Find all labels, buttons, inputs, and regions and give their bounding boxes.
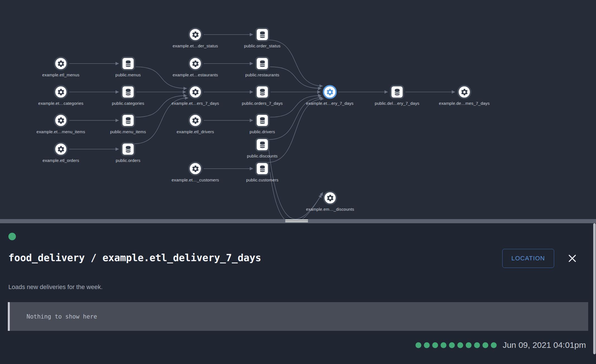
op-node[interactable]: example.em…_discounts bbox=[323, 191, 337, 205]
graph-edge bbox=[136, 67, 187, 88]
database-icon bbox=[124, 88, 132, 96]
gear-icon bbox=[191, 31, 200, 39]
gear-icon bbox=[57, 145, 65, 153]
run-status-dot[interactable] bbox=[474, 342, 480, 348]
asset-graph[interactable]: example.et…der_statuspublic.order_status… bbox=[0, 0, 596, 219]
op-node[interactable]: example.etl_drivers bbox=[188, 113, 202, 127]
table-node[interactable]: public.drivers bbox=[255, 113, 269, 127]
node-label: public.menu_items bbox=[110, 129, 146, 134]
node-label: example.et…ers_7_days bbox=[172, 101, 219, 106]
splitter-handle[interactable] bbox=[285, 220, 308, 222]
graph-edges bbox=[0, 0, 596, 219]
run-status-dot[interactable] bbox=[449, 342, 455, 348]
node-label: example.etl_orders bbox=[42, 158, 79, 163]
node-label: public.order_status bbox=[244, 43, 281, 48]
run-status-dot[interactable] bbox=[457, 342, 463, 348]
gear-icon bbox=[191, 88, 200, 96]
run-status-dot[interactable] bbox=[491, 342, 497, 348]
op-node[interactable]: example.et…ery_7_days bbox=[323, 85, 337, 99]
panel-splitter[interactable] bbox=[0, 219, 596, 223]
close-icon bbox=[568, 254, 577, 263]
graph-edge bbox=[136, 96, 187, 117]
detail-panel: food_delivery / example.etl_delivery_7_d… bbox=[0, 223, 596, 364]
status-dot bbox=[8, 233, 16, 240]
database-icon bbox=[124, 145, 132, 153]
run-dots bbox=[415, 342, 497, 348]
database-icon bbox=[258, 117, 266, 125]
op-node[interactable]: example.et…menu_items bbox=[54, 113, 68, 127]
database-icon bbox=[393, 88, 401, 96]
database-icon bbox=[258, 31, 266, 39]
node-label: public.orders bbox=[116, 158, 140, 163]
table-node[interactable]: public.del…ery_7_days bbox=[390, 85, 404, 99]
gear-icon bbox=[57, 60, 65, 68]
run-history: Jun 09, 2021 04:01pm bbox=[415, 340, 586, 350]
node-label: example.de…mes_7_days bbox=[439, 101, 490, 106]
run-status-dot[interactable] bbox=[482, 342, 488, 348]
table-node[interactable]: public.orders bbox=[121, 142, 135, 156]
op-node[interactable]: example.etl_menus bbox=[54, 57, 68, 71]
database-icon bbox=[124, 117, 132, 125]
node-label: example.em…_discounts bbox=[306, 207, 354, 212]
node-label: example.et…estaurants bbox=[173, 72, 218, 77]
run-status-dot[interactable] bbox=[466, 342, 472, 348]
table-node[interactable]: public.categories bbox=[121, 85, 135, 99]
node-label: example.et…ery_7_days bbox=[306, 101, 354, 106]
gear-icon bbox=[460, 88, 468, 96]
gear-icon bbox=[326, 194, 334, 202]
gear-icon bbox=[191, 165, 200, 173]
node-label: public.menus bbox=[116, 72, 141, 77]
table-node[interactable]: public.discounts bbox=[255, 138, 269, 152]
empty-state: Nothing to show here bbox=[8, 302, 588, 331]
graph-edge bbox=[268, 99, 324, 162]
scrollbar[interactable] bbox=[593, 223, 596, 354]
op-node[interactable]: example.etl_orders bbox=[54, 142, 68, 156]
node-label: public.discounts bbox=[247, 154, 278, 158]
timestamp: Jun 09, 2021 04:01pm bbox=[503, 340, 586, 350]
gear-icon bbox=[57, 88, 65, 96]
database-icon bbox=[124, 60, 132, 68]
location-button[interactable]: LOCATION bbox=[502, 249, 554, 268]
table-node[interactable]: public.menu_items bbox=[121, 113, 135, 127]
node-label: public.orders_7_days bbox=[242, 101, 283, 106]
node-label: example.et…der_status bbox=[173, 43, 218, 48]
run-status-dot[interactable] bbox=[432, 342, 438, 348]
table-node[interactable]: public.restaurants bbox=[255, 57, 269, 71]
table-node[interactable]: public.order_status bbox=[255, 28, 269, 42]
table-node[interactable]: public.menus bbox=[121, 57, 135, 71]
op-node[interactable]: example.de…mes_7_days bbox=[457, 85, 471, 99]
node-label: example.etl_drivers bbox=[177, 129, 214, 134]
table-node[interactable]: public.orders_7_days bbox=[255, 85, 269, 99]
run-status-dot[interactable] bbox=[424, 342, 430, 348]
node-label: example.et…menu_items bbox=[37, 129, 85, 134]
database-icon bbox=[258, 165, 266, 173]
empty-state-message: Nothing to show here bbox=[27, 313, 97, 320]
panel-title: food_delivery / example.etl_delivery_7_d… bbox=[8, 252, 261, 263]
node-label: public.drivers bbox=[249, 129, 275, 134]
gear-icon bbox=[57, 117, 65, 125]
node-label: public.restaurants bbox=[245, 72, 279, 77]
op-node[interactable]: example.et…der_status bbox=[188, 28, 202, 42]
close-button[interactable] bbox=[566, 253, 578, 264]
op-node[interactable]: example.et…estaurants bbox=[188, 57, 202, 71]
op-node[interactable]: example.et…_customers bbox=[188, 162, 202, 176]
database-icon bbox=[258, 141, 266, 149]
op-node[interactable]: example.et…ers_7_days bbox=[188, 85, 202, 99]
run-status-dot[interactable] bbox=[415, 342, 421, 348]
node-label: public.del…ery_7_days bbox=[375, 101, 419, 106]
node-label: example.et…_customers bbox=[172, 178, 219, 182]
node-label: example.et…categories bbox=[38, 101, 83, 106]
gear-icon bbox=[191, 117, 200, 125]
asset-description: Loads new deliveries for the week. bbox=[8, 283, 103, 291]
database-icon bbox=[258, 88, 266, 96]
graph-edge bbox=[270, 67, 321, 89]
database-icon bbox=[258, 60, 266, 68]
node-label: public.customers bbox=[246, 178, 278, 182]
node-label: public.categories bbox=[112, 101, 144, 106]
run-status-dot[interactable] bbox=[441, 342, 446, 348]
table-node[interactable]: public.customers bbox=[255, 162, 269, 176]
gear-icon bbox=[326, 88, 334, 96]
gear-icon bbox=[191, 60, 200, 68]
op-node[interactable]: example.et…categories bbox=[54, 85, 68, 99]
node-label: example.etl_menus bbox=[42, 72, 79, 77]
